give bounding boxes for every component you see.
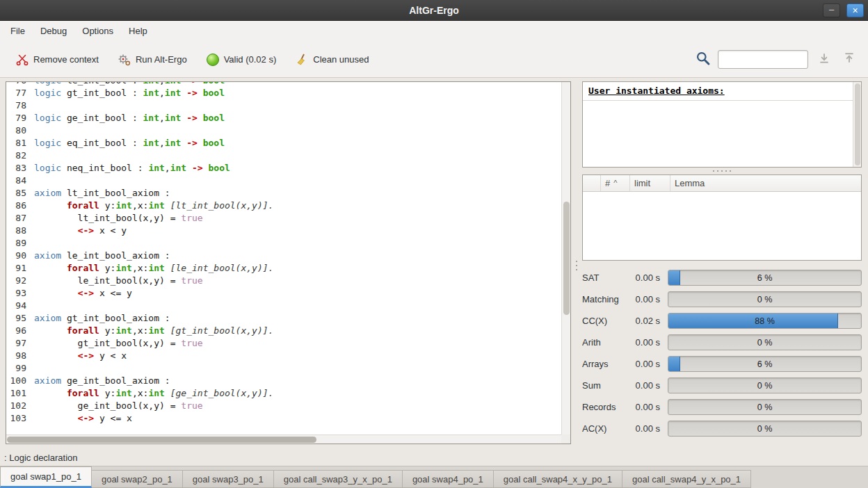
code-line: 80 (6, 124, 561, 137)
line-number: 77 (6, 87, 34, 99)
stat-label: Records (582, 402, 627, 412)
tab-goal-swap4_po_1[interactable]: goal swap4_po_1 (403, 470, 494, 488)
window-controls: – × (823, 3, 864, 17)
code-line: 103 <-> y <= x (6, 412, 561, 425)
code-line: 96 forall y:int,x:int [gt_int_bool(x,y)]… (6, 325, 561, 337)
menu-item-options[interactable]: Options (74, 21, 121, 42)
run-alt-ergo-button[interactable]: Run Alt-Ergo (112, 49, 193, 70)
clean-unused-button[interactable]: Clean unused (289, 49, 375, 70)
code-line: 94 (6, 300, 561, 312)
column-header-label: limit (634, 178, 650, 188)
stat-row-acx: AC(X)0.00 s0 % (582, 418, 862, 439)
line-number: 93 (6, 287, 34, 300)
editor-horizontal-scrollbar[interactable] (6, 434, 561, 444)
stat-percent: 88 % (668, 314, 861, 328)
scissors-icon (16, 54, 29, 66)
stat-time: 0.02 s (627, 316, 660, 326)
stat-progressbar: 6 % (668, 356, 862, 372)
line-number: 98 (6, 350, 34, 362)
line-number: 87 (6, 212, 34, 225)
code-line: 101 forall y:int,x:int [ge_int_bool(x,y)… (6, 387, 561, 400)
line-number: 78 (6, 99, 34, 112)
scrollbar-thumb[interactable] (563, 202, 570, 314)
window-title: AltGr-Ergo (409, 5, 459, 16)
tab-goal-swap1_po_1[interactable]: goal swap1_po_1 (0, 466, 92, 488)
stat-label: CC(X) (582, 316, 627, 326)
code-editor[interactable]: 76logic le_int_bool : int,int -> bool77l… (6, 81, 571, 444)
line-number: 100 (6, 375, 34, 387)
line-number: 76 (6, 82, 34, 87)
code-line: 79logic ge_int_bool : int,int -> bool (6, 112, 561, 124)
lemma-table-body[interactable] (583, 192, 861, 260)
stat-time: 0.00 s (627, 380, 660, 391)
minimize-button[interactable]: – (823, 3, 840, 17)
line-number: 80 (6, 124, 34, 137)
column-header-lemma[interactable]: Lemma (670, 175, 861, 191)
stat-time: 0.00 s (627, 294, 660, 304)
stat-percent: 6 % (668, 357, 861, 371)
paned-handle-vertical[interactable] (571, 81, 582, 449)
column-header-limit[interactable]: limit (630, 175, 670, 191)
line-number: 103 (6, 412, 34, 425)
remove-context-button[interactable]: Remove context (10, 49, 105, 70)
line-number: 84 (6, 174, 34, 187)
magnifier-icon[interactable] (696, 51, 711, 68)
code-line: 99 (6, 362, 561, 375)
column-header-num[interactable]: #^ (601, 175, 630, 191)
tab-goal-call_swap3_y_x_po_1[interactable]: goal call_swap3_y_x_po_1 (274, 470, 403, 488)
code-line: 83logic neq_int_bool : int,int -> bool (6, 162, 561, 174)
arrow-up-icon[interactable] (840, 52, 858, 67)
valid-status-label: Valid (0.02 s) (224, 54, 277, 65)
minimize-icon: – (829, 4, 834, 15)
stat-row-arrays: Arrays0.00 s6 % (582, 353, 862, 375)
stat-row-records: Records0.00 s0 % (582, 396, 862, 418)
code-line: 77logic gt_int_bool : int,int -> bool (6, 87, 561, 99)
status-text: : Logic declaration (4, 453, 78, 463)
statusbar: : Logic declaration (0, 449, 868, 466)
tab-goal-call_swap4_y_x_po_1[interactable]: goal call_swap4_y_x_po_1 (622, 470, 751, 488)
main-area: 76logic le_int_bool : int,int -> bool77l… (0, 78, 868, 449)
tab-goal-swap3_po_1[interactable]: goal swap3_po_1 (183, 470, 274, 488)
search-input[interactable] (718, 50, 808, 69)
line-number: 97 (6, 337, 34, 350)
line-number: 102 (6, 400, 34, 412)
menu-item-debug[interactable]: Debug (33, 21, 74, 42)
code-line: 78 (6, 99, 561, 112)
stat-time: 0.00 s (627, 359, 660, 369)
stat-time: 0.00 s (627, 273, 660, 283)
menu-item-help[interactable]: Help (121, 21, 155, 42)
altgr-ergo-window: AltGr-Ergo – × FileDebugOptionsHelp Remo… (0, 0, 868, 488)
stat-percent: 0 % (668, 292, 861, 307)
scrollbar-thumb[interactable] (7, 437, 316, 443)
code-line: 95axiom gt_int_bool_axiom : (6, 312, 561, 325)
stat-time: 0.00 s (627, 402, 660, 412)
stat-row-ccx: CC(X)0.02 s88 % (582, 310, 862, 332)
gears-icon (118, 54, 131, 66)
stat-label: Sum (582, 380, 627, 391)
code-line: 97 gt_int_bool(x,y) = true (6, 337, 561, 350)
remove-context-label: Remove context (33, 54, 99, 65)
stats-panel: SAT0.00 s6 %Matching0.00 s0 %CC(X)0.02 s… (582, 267, 862, 439)
toolbar: Remove context Run Alt-Ergo Valid (0.02 … (0, 42, 868, 78)
close-button[interactable]: × (846, 3, 864, 17)
titlebar[interactable]: AltGr-Ergo – × (0, 0, 868, 21)
line-number: 92 (6, 275, 34, 287)
line-number: 88 (6, 225, 34, 237)
menu-item-file[interactable]: File (3, 21, 33, 42)
paned-handle-horizontal[interactable] (582, 168, 862, 174)
column-header-label: Lemma (675, 178, 705, 188)
editor-vertical-scrollbar[interactable] (561, 82, 570, 434)
code-line: 84 (6, 174, 561, 187)
column-header-blank (583, 175, 601, 191)
code-line: 88 <-> x < y (6, 225, 561, 237)
tab-goal-swap2_po_1[interactable]: goal swap2_po_1 (92, 470, 183, 488)
arrow-down-icon[interactable] (815, 52, 833, 67)
stat-progressbar: 0 % (668, 399, 862, 415)
tab-goal-call_swap4_x_y_po_1[interactable]: goal call_swap4_x_y_po_1 (494, 470, 622, 488)
axioms-scrollbar[interactable] (853, 82, 861, 167)
scrollbar-thumb[interactable] (855, 83, 860, 165)
line-number: 79 (6, 112, 34, 124)
line-number: 86 (6, 200, 34, 212)
green-sphere-icon (207, 54, 219, 66)
code-line: 92 le_int_bool(x,y) = true (6, 275, 561, 287)
